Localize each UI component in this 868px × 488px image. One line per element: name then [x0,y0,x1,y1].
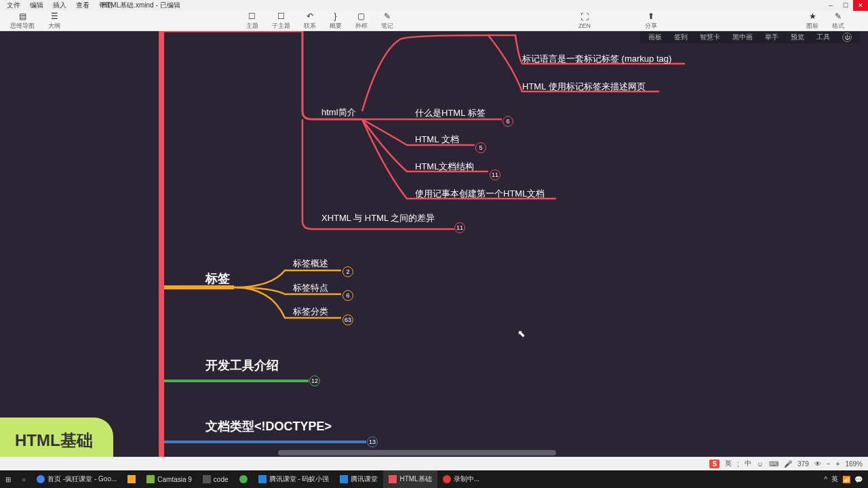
badge-doctype[interactable]: 13 [367,436,378,447]
close-button[interactable]: ✕ [853,0,868,11]
node-doc-structure[interactable]: HTML文档结构 [415,161,474,173]
tray-lang[interactable]: 英 [831,474,838,484]
boundary-button[interactable]: ▢外框 [355,12,368,30]
view-outline-button[interactable]: ☰大纲 [48,12,60,30]
summary-button[interactable]: }概要 [330,12,342,30]
menu-edit[interactable]: 编辑 [30,1,43,10]
punct-indicator[interactable]: 中 [745,459,751,468]
task-xmind[interactable]: HTML基础 [383,470,437,488]
badge-what-tag[interactable]: 6 [502,116,513,127]
eye-icon[interactable]: 👁 [814,460,821,468]
task-chrome[interactable]: 首页 -疯狂课堂 - Goo... [31,470,122,488]
horizontal-scrollbar[interactable] [278,450,556,455]
node-markup-tag[interactable]: 标记语言是一套标记标签 (markup tag) [522,53,671,65]
node-doctype[interactable]: 文档类型<!DOCTYPE> [205,418,332,434]
sep1: ; [737,460,739,468]
mic-icon[interactable]: 🎤 [784,460,792,468]
node-tag-category[interactable]: 标签分类 [293,306,328,318]
zen-button[interactable]: ⛶ZEN [578,12,591,29]
mindmap-connectors [0,31,868,457]
toolbar: ▤思维导图 ☰大纲 ☐主题 ☐子主题 ↶联系 }概要 ▢外框 ✎笔记 ⛶ZEN … [0,11,868,31]
task-recording[interactable]: 录制中... [437,470,485,488]
node-tags[interactable]: 标签 [205,270,230,287]
tray-up-icon[interactable]: ^ [824,476,827,483]
minimize-button[interactable]: ─ [823,0,838,11]
task-browser[interactable] [234,470,253,488]
maximize-button[interactable]: ☐ [838,0,853,11]
count: 379 [797,460,809,468]
node-dev-tools[interactable]: 开发工具介绍 [205,357,279,373]
view-mindmap-button[interactable]: ▤思维导图 [10,12,35,30]
share-button[interactable]: ⬆分享 [645,12,657,30]
badge-xhtml-diff[interactable]: 11 [454,222,465,233]
window-title: HTML基础.xmind - 已编辑 [102,1,180,10]
badge-tag-feature[interactable]: 6 [342,290,353,301]
node-html-describe[interactable]: HTML 使用标记标签来描述网页 [522,81,646,93]
relation-button[interactable]: ↶联系 [304,12,316,30]
emoji-indicator[interactable]: ☺ [757,460,764,468]
zoom-out-button[interactable]: − [827,460,831,468]
badge-dev-tools[interactable]: 12 [309,375,320,386]
badge-doc-structure[interactable]: 11 [490,169,500,180]
badge-html-doc[interactable]: 5 [475,142,486,153]
mindmap-canvas[interactable]: 画板 签到 智慧卡 黑中画 举手 预览 工具 ⏻ html简介 标记语言是 [0,31,868,457]
theme-button[interactable]: ☐主题 [246,12,258,30]
subtheme-button[interactable]: ☐子主题 [272,12,290,30]
menu-insert[interactable]: 插入 [53,1,66,10]
node-html-doc[interactable]: HTML 文档 [415,134,459,146]
node-tag-feature[interactable]: 标签特点 [293,282,328,294]
system-tray[interactable]: ^ 英 📶 💬 [824,474,868,484]
node-what-tag[interactable]: 什么是HTML 标签 [415,107,486,119]
statusbar: S 英 ; 中 ☺ ⌨ 🎤 379 👁 − + 169% [0,457,868,470]
tray-notif-icon[interactable]: 💬 [854,476,863,483]
root-node[interactable]: HTML基础 [0,418,113,457]
task-tencent2[interactable]: 腾讯课堂 [334,470,383,488]
titlebar: 文件 编辑 插入 查看 帮助 HTML基础.xmind - 已编辑 ─ ☐ ✕ [0,0,868,11]
tray-wifi-icon[interactable]: 📶 [842,476,850,483]
ime-indicator[interactable]: S [709,460,719,468]
node-xhtml-diff[interactable]: XHTML 与 HTML 之间的差异 [321,212,435,224]
node-notepad-doc[interactable]: 使用记事本创建第一个HTML文档 [415,188,545,200]
taskbar: ⊞ ○ 首页 -疯狂课堂 - Goo... Camtasia 9 code 腾讯… [0,470,868,488]
start-button[interactable]: ⊞ [0,470,16,488]
zoom-in-button[interactable]: + [836,460,840,468]
cursor-icon: ⬉ [517,328,526,339]
format-button[interactable]: ✎格式 [832,12,844,30]
node-tag-overview[interactable]: 标签概述 [293,258,328,270]
window-controls: ─ ☐ ✕ [823,0,868,11]
task-code[interactable]: code [197,470,234,488]
badge-tag-category[interactable]: 63 [342,314,353,325]
node-html-intro[interactable]: html简介 [321,106,356,119]
menu-view[interactable]: 查看 [76,1,90,10]
task-tencent1[interactable]: 腾讯课堂 - 码蚁小强 [253,470,335,488]
task-camtasia[interactable]: Camtasia 9 [141,470,197,488]
menu-file[interactable]: 文件 [7,1,20,10]
search-button[interactable]: ○ [16,470,31,488]
notes-button[interactable]: ✎笔记 [381,12,393,30]
keyboard-icon[interactable]: ⌨ [769,460,778,468]
iconlib-button[interactable]: ★图标 [806,12,818,30]
task-files[interactable] [122,470,141,488]
badge-tag-overview[interactable]: 2 [342,266,353,277]
zoom-level: 169% [845,460,863,468]
lang-indicator[interactable]: 英 [725,459,732,468]
